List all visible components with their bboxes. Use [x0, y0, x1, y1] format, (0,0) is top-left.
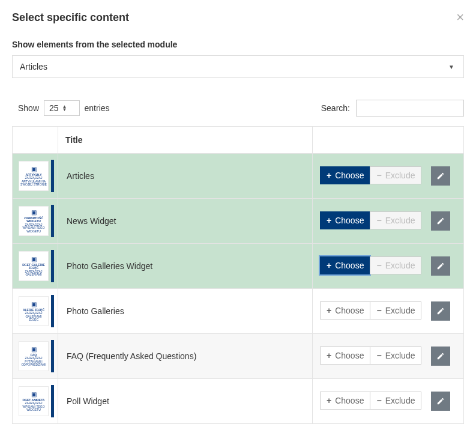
edit-button[interactable]	[431, 392, 450, 411]
doc-icon: ▣	[31, 256, 37, 262]
table-row: ▣DGET GALERIE ZDJĘĆZARZĄDZAJ GALERIAMIPh…	[13, 244, 464, 289]
thumb-cell: ▣DGET ANKIETAZARZĄDZAJ WPISAMI TEGO WIDG…	[13, 379, 58, 424]
table-row: ▣ALERIE ZDJĘĆZARZĄDZAJ GALERIAMI ZDJĘĆPh…	[13, 289, 464, 334]
col-thumb[interactable]	[13, 127, 58, 154]
show-label: Show	[18, 103, 39, 113]
exclude-label: Exclude	[385, 351, 415, 360]
thumbnail: ▣FAQZARZĄDZAJ PYTANIAMI I ODPOWIEDZIAMI	[19, 341, 49, 371]
thumb-accent-bar	[51, 385, 54, 417]
search-input[interactable]	[356, 100, 464, 117]
minus-icon: −	[376, 396, 381, 405]
title-cell: FAQ (Frequently Asked Questions)	[58, 334, 313, 379]
content-table: Title ▣ARTYKUŁYZARZĄDZAJ ARTYKUŁAMI NA S…	[12, 126, 464, 424]
sort-icon: ▲▼	[62, 105, 67, 111]
plus-icon: +	[327, 351, 331, 360]
edit-icon	[436, 172, 445, 180]
thumb-cell: ▣ALERIE ZDJĘĆZARZĄDZAJ GALERIAMI ZDJĘĆ	[13, 289, 58, 334]
plus-icon: +	[327, 216, 331, 225]
choose-button[interactable]: +Choose	[320, 256, 370, 274]
exclude-label: Exclude	[385, 261, 415, 270]
edit-icon	[436, 397, 445, 405]
exclude-button: −Exclude	[370, 211, 421, 229]
title-cell: Articles	[58, 154, 313, 199]
modal-header: Select specific content ×	[12, 10, 464, 25]
actions-cell: +Choose−Exclude	[313, 154, 464, 199]
edit-button[interactable]	[431, 347, 450, 366]
actions-cell: +Choose−Exclude	[313, 199, 464, 244]
show-entries: Show 25 ▲▼ entries	[18, 100, 110, 116]
thumb-cell: ▣FAQZARZĄDZAJ PYTANIAMI I ODPOWIEDZIAMI	[13, 334, 58, 379]
thumb-sub: ZARZĄDZAJ ARTYKUŁAMI NA SWOJEJ STRONIE	[20, 177, 47, 187]
thumb-cell: ▣DGET GALERIE ZDJĘĆZARZĄDZAJ GALERIAMI	[13, 244, 58, 289]
col-title[interactable]: Title	[58, 127, 313, 154]
thumb-sub: ZARZĄDZAJ PYTANIAMI I ODPOWIEDZIAMI	[20, 357, 47, 367]
exclude-label: Exclude	[385, 396, 415, 405]
exclude-button[interactable]: −Exclude	[370, 392, 421, 410]
minus-icon: −	[376, 171, 381, 180]
doc-icon: ▣	[31, 346, 37, 353]
select-content-modal: Select specific content × Show elements …	[0, 0, 476, 424]
title-cell: Poll Widget	[58, 379, 313, 424]
exclude-label: Exclude	[385, 171, 415, 180]
thumb-cell: ▣ARTYKUŁYZARZĄDZAJ ARTYKUŁAMI NA SWOJEJ …	[13, 154, 58, 199]
exclude-button: −Exclude	[370, 166, 421, 184]
choose-exclude-group: +Choose−Exclude	[320, 166, 421, 184]
module-select[interactable]: Articles	[12, 55, 464, 78]
thumb-accent-bar	[51, 160, 54, 192]
edit-icon	[436, 262, 445, 270]
actions-cell: +Choose−Exclude	[313, 289, 464, 334]
actions-cell: +Choose−Exclude	[313, 244, 464, 289]
title-cell: Photo Galleries Widget	[58, 244, 313, 289]
search-label: Search:	[321, 103, 350, 113]
entries-label: entries	[85, 103, 110, 113]
col-actions[interactable]	[313, 127, 464, 154]
table-row: ▣FAQZARZĄDZAJ PYTANIAMI I ODPOWIEDZIAMIF…	[13, 334, 464, 379]
edit-button[interactable]	[431, 256, 450, 276]
title-cell: Photo Galleries	[58, 289, 313, 334]
choose-button[interactable]: +Choose	[320, 392, 370, 410]
thumb-sub: ZARZĄDZAJ GALERIAMI ZDJĘĆ	[20, 312, 47, 322]
close-button[interactable]: ×	[456, 10, 464, 25]
modal-title: Select specific content	[12, 11, 129, 24]
thumb-sub: ZARZĄDZAJ WPISAMI TEGO WIDGETU	[20, 223, 47, 234]
doc-icon: ▣	[31, 391, 37, 398]
thumbnail: ▣DGET GALERIE ZDJĘĆZARZĄDZAJ GALERIAMI	[19, 251, 49, 281]
table-row: ▣ZAWARTOŚĆ WIDGETUZARZĄDZAJ WPISAMI TEGO…	[13, 199, 464, 244]
edit-icon	[436, 217, 445, 225]
table-row: ▣ARTYKUŁYZARZĄDZAJ ARTYKUŁAMI NA SWOJEJ …	[13, 154, 464, 199]
choose-exclude-group: +Choose−Exclude	[320, 211, 421, 229]
edit-button[interactable]	[431, 301, 450, 321]
minus-icon: −	[376, 216, 381, 225]
plus-icon: +	[327, 396, 331, 405]
entries-value: 25	[49, 103, 59, 113]
exclude-button[interactable]: −Exclude	[370, 301, 421, 319]
exclude-button[interactable]: −Exclude	[370, 347, 421, 365]
choose-button[interactable]: +Choose	[320, 301, 370, 319]
exclude-label: Exclude	[385, 306, 415, 315]
thumb-sub: ZARZĄDZAJ WPISAMI TEGO WIDGETU	[20, 402, 47, 412]
thumb-accent-bar	[51, 295, 54, 327]
edit-button[interactable]	[431, 211, 450, 231]
module-select-label: Show elements from the selected module	[12, 40, 464, 49]
thumbnail: ▣ALERIE ZDJĘĆZARZĄDZAJ GALERIAMI ZDJĘĆ	[19, 296, 49, 326]
minus-icon: −	[376, 351, 381, 360]
entries-select[interactable]: 25 ▲▼	[44, 100, 80, 116]
choose-label: Choose	[335, 171, 364, 180]
edit-button[interactable]	[431, 166, 450, 186]
table-row: ▣DGET ANKIETAZARZĄDZAJ WPISAMI TEGO WIDG…	[13, 379, 464, 424]
thumb-cell: ▣ZAWARTOŚĆ WIDGETUZARZĄDZAJ WPISAMI TEGO…	[13, 199, 58, 244]
choose-button[interactable]: +Choose	[320, 166, 370, 184]
doc-icon: ▣	[31, 209, 37, 216]
plus-icon: +	[327, 261, 331, 270]
choose-exclude-group: +Choose−Exclude	[320, 347, 421, 365]
choose-label: Choose	[335, 261, 364, 270]
edit-icon	[436, 352, 445, 360]
choose-button[interactable]: +Choose	[320, 211, 370, 229]
choose-label: Choose	[335, 351, 364, 360]
choose-exclude-group: +Choose−Exclude	[320, 256, 421, 274]
plus-icon: +	[327, 171, 331, 180]
edit-icon	[436, 307, 445, 315]
choose-button[interactable]: +Choose	[320, 347, 370, 365]
choose-exclude-group: +Choose−Exclude	[320, 301, 421, 319]
thumb-title: DGET GALERIE ZDJĘĆ	[20, 264, 47, 270]
